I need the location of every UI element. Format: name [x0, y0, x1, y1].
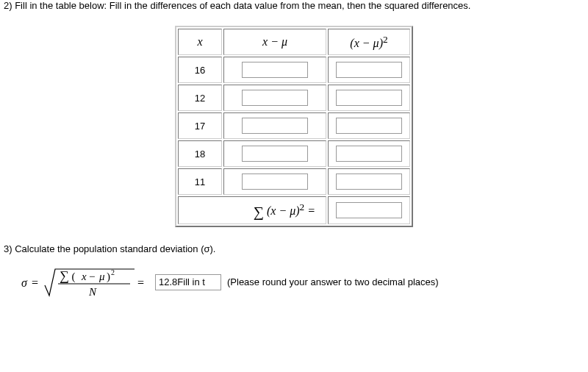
svg-text:μ: μ — [98, 271, 105, 282]
q3-prompt: 3) Calculate the population standard dev… — [4, 243, 584, 254]
svg-text:=: = — [137, 276, 144, 289]
formula-row: σ = ∑ ( x − μ ) 2 N = (Please round your… — [17, 263, 584, 301]
sq-input-2[interactable] — [336, 118, 402, 134]
x-value: 17 — [178, 112, 222, 139]
table-row: 12 — [178, 85, 410, 111]
svg-text:∑ (: ∑ ( — [60, 268, 76, 283]
sq-input-4[interactable] — [336, 174, 402, 190]
rounding-hint: (Please round your answer to two decimal… — [227, 276, 439, 287]
sq-input-1[interactable] — [336, 90, 402, 106]
table-row: 16 — [178, 57, 410, 83]
x-value: 16 — [178, 57, 222, 83]
svg-text:): ) — [107, 271, 110, 283]
diff-input-3[interactable] — [242, 146, 308, 162]
header-sq: (x − μ)2 — [328, 29, 410, 55]
diff-input-2[interactable] — [242, 118, 308, 134]
x-value: 12 — [178, 85, 222, 111]
sigma-answer-input[interactable] — [155, 274, 221, 290]
sq-input-3[interactable] — [336, 146, 402, 162]
svg-text:2: 2 — [111, 268, 115, 276]
header-x: x — [178, 29, 222, 55]
q2-prompt: 2) Fill in the table below: Fill in the … — [4, 0, 584, 12]
data-table: x x − μ (x − μ)2 16 12 17 18 11 — [175, 26, 413, 227]
sigma-formula: σ = ∑ ( x − μ ) 2 N = — [17, 263, 149, 301]
svg-text:N: N — [88, 286, 97, 298]
svg-text:−: − — [89, 271, 95, 282]
table-wrapper: x x − μ (x − μ)2 16 12 17 18 11 — [4, 26, 584, 227]
header-diff: x − μ — [223, 29, 326, 55]
table-row: 11 — [178, 168, 410, 195]
diff-input-1[interactable] — [242, 90, 308, 106]
sq-input-0[interactable] — [336, 62, 402, 78]
sum-input[interactable] — [336, 202, 402, 218]
sum-label: ∑ (x − μ)2 = — [178, 196, 326, 223]
svg-text:=: = — [32, 276, 38, 289]
diff-input-0[interactable] — [242, 62, 308, 78]
svg-text:σ: σ — [21, 276, 28, 289]
sum-row: ∑ (x − μ)2 = — [178, 196, 410, 223]
svg-text:x: x — [81, 271, 87, 282]
table-row: 17 — [178, 112, 410, 139]
table-row: 18 — [178, 140, 410, 167]
x-value: 11 — [178, 168, 222, 195]
diff-input-4[interactable] — [242, 174, 308, 190]
x-value: 18 — [178, 140, 222, 167]
